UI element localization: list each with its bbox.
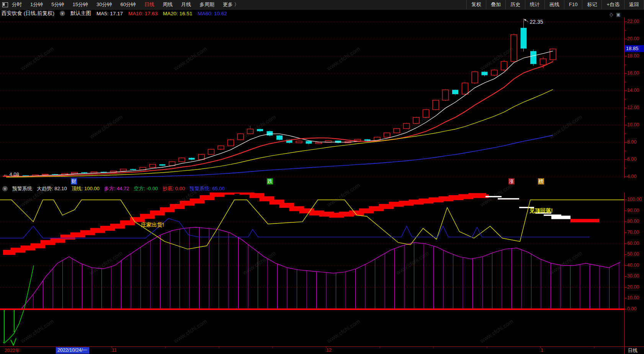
period-tab-分时[interactable]: 分时 [12, 1, 22, 8]
period-toolbar: 分时1分钟5分钟15分钟30分钟60分钟日线周线月线多周期更多 〉 复权叠加历史… [0, 0, 644, 10]
hot-link-涨[interactable]: 涨 [508, 178, 515, 184]
indicator-axis-label: 50.00 [627, 251, 639, 257]
indicator-axis: 100.0090.0080.0070.0060.0050.0040.0030.0… [627, 192, 644, 346]
ma-label: MA5: 17.17 [96, 11, 123, 16]
period-tab-更多 〉[interactable]: 更多 〉 [223, 1, 239, 8]
indicator-axis-label: 10.00 [627, 295, 639, 300]
indicator-value-label: 多方: 44.72 [104, 185, 129, 192]
period-tab-15分钟[interactable]: 15分钟 [72, 1, 88, 8]
period-tabs: 分时1分钟5分钟15分钟30分钟60分钟日线周线月线多周期更多 〉 [12, 1, 239, 8]
toolbar-button-历史[interactable]: 历史 [505, 0, 525, 9]
indicator-name: 预警系统 [12, 185, 32, 192]
candlestick-canvas[interactable]: 22.35← 4.08 [0, 17, 644, 178]
start-price-annotation: ← 4.08 [3, 171, 19, 177]
hot-link-财[interactable]: 财 [71, 178, 77, 184]
indicator-axis-label: 0.00 [627, 306, 636, 312]
period-tab-30分钟[interactable]: 30分钟 [96, 1, 112, 8]
indicator-axis-label: 30.00 [627, 273, 639, 279]
indicator-chevron-icon[interactable]: ∨ [2, 186, 8, 191]
blue-warning-line [0, 219, 590, 238]
period-tab-1分钟[interactable]: 1分钟 [30, 1, 43, 8]
chevron-down-icon[interactable]: ∨ [60, 11, 65, 16]
period-tab-60分钟[interactable]: 60分钟 [120, 1, 136, 8]
indicator-axis-label: 20.00 [627, 284, 639, 290]
toolbar-button-返回[interactable]: 返回 [624, 0, 644, 9]
indicator-axis-label: 90.00 [627, 208, 639, 213]
date-axis-label: 11 [112, 347, 117, 353]
main-candlestick-chart[interactable]: 22.35← 4.08 [0, 17, 644, 178]
date-axis-label: 1 [541, 347, 543, 353]
app-icon[interactable] [2, 2, 8, 7]
indicator-value-label: 抄底: 0.00 [162, 185, 185, 192]
toolbar-button-标记[interactable]: 标记 [582, 0, 602, 9]
trend-ladder-line [3, 192, 486, 252]
period-indicator-label[interactable]: 日线 [628, 347, 637, 354]
chart-title-bar: 西安饮食 (日线,前复权) ∨ 默认主图 MA5: 17.17MA10: 17.… [0, 10, 644, 17]
toolbar-right-buttons: 复权叠加历史统计画线F10标记+自选返回 [466, 0, 644, 9]
date-axis: 2022年2022/10/24/一11121日线 [0, 346, 644, 354]
toolbar-button-统计[interactable]: 统计 [525, 0, 544, 9]
price-axis-label: 14.00 [627, 88, 639, 93]
period-tab-多周期[interactable]: 多周期 [199, 1, 214, 8]
stock-app-window: 分时1分钟5分钟15分钟30分钟60分钟日线周线月线多周期更多 〉 复权叠加历史… [0, 0, 644, 354]
ma-label: MA10: 17.63 [128, 11, 158, 16]
price-axis-label: 22.00 [627, 19, 639, 24]
period-tab-日线[interactable]: 日线 [144, 1, 154, 8]
indicator-value-label: 预警系统: 65.00 [190, 185, 225, 192]
price-axis-label: 6.00 [627, 157, 636, 162]
selected-date-label: 2022/10/24/一 [56, 347, 89, 354]
indicator-axis-label: 70.00 [627, 230, 639, 235]
green-arrow-marker [11, 338, 16, 345]
price-axis-label: 20.00 [627, 36, 639, 41]
price-axis-label: 8.00 [627, 139, 636, 145]
period-tab-周线[interactable]: 周线 [163, 1, 173, 8]
bottom-fishing-line [3, 266, 34, 343]
symbol-title: 西安饮食 (日线,前复权) [2, 10, 54, 17]
bull-envelope-line [21, 227, 620, 309]
toolbar-button-叠加[interactable]: 叠加 [486, 0, 505, 9]
indicator-value-label: 空方: -0.00 [134, 185, 158, 192]
hot-link-band: 财跌涨榜 [0, 178, 644, 185]
indicator-axis-label: 40.00 [627, 263, 639, 268]
indicator-value-label: 顶线: 100.00 [72, 185, 100, 192]
date-axis-label: 12 [326, 347, 332, 353]
indicator-axis-label: 80.00 [627, 219, 639, 224]
peak-fallback-label: 见顶回落! [529, 207, 553, 214]
ma-label: MA60: 10.62 [198, 11, 227, 16]
hot-link-跌[interactable]: 跌 [267, 178, 273, 184]
ma-value-labels: MA5: 17.17MA10: 17.63MA20: 16.51MA60: 10… [96, 11, 227, 16]
price-axis-label: 10.00 [627, 122, 639, 127]
hot-link-榜[interactable]: 榜 [538, 178, 544, 184]
main-indicator-selector[interactable]: 默认主图 [70, 10, 91, 17]
panel-icon[interactable]: ▣ [616, 12, 620, 17]
ma10-line [6, 62, 553, 177]
toolbar-button-画线[interactable]: 画线 [544, 0, 564, 9]
last-price-badge: 18.85 [625, 45, 644, 52]
indicator-axis-label: 60.00 [627, 241, 639, 246]
warning-indicator-pane[interactable]: 庄家出货!见顶回落! [0, 192, 644, 346]
indicator-canvas[interactable]: 庄家出货!见顶回落! [0, 192, 644, 346]
chart-corner-tools: ◇▣ [610, 12, 621, 17]
dealer-selling-label: 庄家出货! [141, 222, 164, 228]
toolbar-button-+自选[interactable]: +自选 [602, 0, 624, 9]
toolbar-button-复权[interactable]: 复权 [466, 0, 486, 9]
date-axis-label: 2022年 [5, 347, 20, 354]
toolbar-button-F10[interactable]: F10 [564, 0, 582, 9]
price-axis-label: 16.00 [627, 70, 639, 76]
ma-label: MA20: 16.51 [163, 11, 193, 16]
price-axis: 22.0020.0018.0016.0014.0012.0010.008.006… [627, 17, 644, 178]
period-tab-5分钟[interactable]: 5分钟 [51, 1, 64, 8]
peak-price-annotation: 22.35 [530, 19, 543, 25]
diamond-icon[interactable]: ◇ [610, 12, 613, 17]
ma20-line [6, 90, 553, 177]
indicator-axis-label: 100.00 [627, 197, 642, 202]
indicator-value-label: 大趋势: 82.10 [37, 185, 67, 192]
date-axis-ticks [0, 346, 644, 354]
price-axis-label: 12.00 [627, 105, 639, 110]
period-tab-月线[interactable]: 月线 [181, 1, 191, 8]
indicator-header: ∨ 预警系统大趋势: 82.10顶线: 100.00多方: 44.72空方: -… [0, 185, 644, 192]
ma5-line [6, 51, 553, 176]
price-axis-label: 18.00 [627, 53, 639, 59]
